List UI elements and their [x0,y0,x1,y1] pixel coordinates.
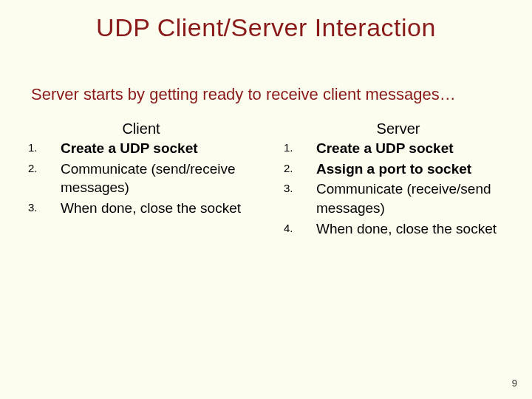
list-item: 1. Create a UDP socket [279,139,517,158]
step-number: 2. [24,160,61,174]
server-heading: Server [279,120,517,137]
step-text: Assign a port to socket [316,160,517,179]
step-number: 4. [279,219,316,234]
step-number: 1. [279,139,316,154]
list-item: 4. When done, close the socket [279,219,517,239]
step-text: When done, close the socket [61,199,259,218]
step-number: 3. [279,180,316,194]
step-text: Create a UDP socket [61,139,259,158]
list-item: 2. Communicate (send/receive messages) [24,160,259,197]
slide-subtitle: Server starts by getting ready to receiv… [0,42,532,104]
list-item: 3. When done, close the socket [24,199,259,218]
list-item: 2. Assign a port to socket [279,160,517,179]
slide-title: UDP Client/Server Interaction [0,0,532,42]
list-item: 3. Communicate (receive/send messages) [279,180,517,217]
client-steps: 1. Create a UDP socket 2. Communicate (s… [24,139,259,218]
step-number: 1. [24,139,61,154]
step-number: 3. [24,199,61,214]
slide: UDP Client/Server Interaction Server sta… [0,0,532,399]
client-column: Client 1. Create a UDP socket 2. Communi… [0,120,266,239]
step-number: 2. [279,160,316,174]
server-column: Server 1. Create a UDP socket 2. Assign … [266,120,532,239]
step-text: Communicate (receive/send messages) [316,180,517,217]
server-steps: 1. Create a UDP socket 2. Assign a port … [279,139,517,238]
step-text: Communicate (send/receive messages) [61,160,259,197]
step-text: Create a UDP socket [316,139,517,158]
page-number: 9 [512,378,517,389]
list-item: 1. Create a UDP socket [24,139,259,158]
client-heading: Client [24,120,259,137]
step-text: When done, close the socket [316,219,517,239]
columns: Client 1. Create a UDP socket 2. Communi… [0,104,532,239]
